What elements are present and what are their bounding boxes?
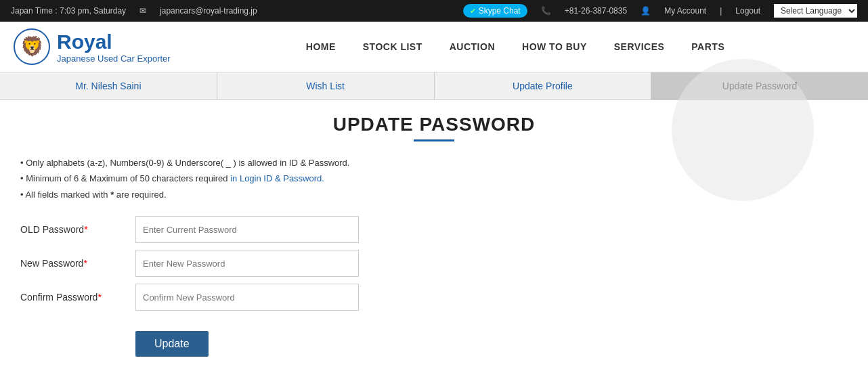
logout-link[interactable]: Logout	[735, 6, 760, 16]
nav-stock[interactable]: STOCK LIST	[363, 41, 422, 53]
logo-sub: Japanese Used Car Exporter	[57, 53, 171, 64]
old-password-label: OLD Password*	[20, 224, 135, 235]
new-password-label: New Password*	[20, 258, 135, 269]
phone-icon: 📞	[541, 6, 551, 16]
skype-check-icon: ✔	[470, 7, 476, 16]
new-password-row: New Password*	[20, 250, 848, 277]
subnav-wish-list[interactable]: Wish List	[217, 72, 435, 100]
old-password-required: *	[84, 224, 87, 235]
nav-parts[interactable]: PARTS	[691, 41, 724, 53]
main-content: UPDATE PASSWORD • Only alphabets (a-z), …	[0, 100, 868, 375]
skype-button[interactable]: ✔ Skype Chat	[463, 4, 527, 18]
sub-nav: Mr. Nilesh Saini Wish List Update Profil…	[0, 72, 868, 100]
rule-2: • Minimum of 6 & Maximum of 50 character…	[20, 171, 848, 186]
nav-services[interactable]: SERVICES	[614, 41, 665, 53]
new-password-input[interactable]	[135, 250, 359, 277]
main-nav: HOME STOCK LIST AUCTION HOW TO BUY SERVI…	[176, 41, 854, 53]
subnav-update-profile[interactable]: Update Profile	[435, 72, 652, 100]
new-password-required: *	[83, 258, 87, 269]
confirm-password-label: Confirm Password*	[20, 292, 135, 303]
account-label: My Account	[664, 6, 706, 16]
japan-time: Japan Time : 7:03 pm, Saturday	[11, 6, 126, 16]
rule-3: • All fields marked with * are required.	[20, 187, 848, 202]
nav-auction[interactable]: AUCTION	[450, 41, 495, 53]
language-select[interactable]: Select Language	[774, 4, 857, 18]
logo-royal: Royal	[57, 30, 171, 53]
rule-2-highlight: in Login ID & Password.	[230, 173, 324, 183]
my-account-link[interactable]: My Account	[664, 6, 706, 16]
old-password-input[interactable]	[135, 216, 359, 243]
top-bar: Japan Time : 7:03 pm, Saturday ✉ japanca…	[0, 0, 868, 22]
email-link[interactable]: japancars@royal-trading.jp	[160, 6, 257, 16]
header: 🦁 Royal Japanese Used Car Exporter HOME …	[0, 22, 868, 72]
separator: |	[720, 6, 722, 16]
account-icon: 👤	[641, 6, 651, 16]
svg-text:🦁: 🦁	[20, 35, 44, 58]
nav-home[interactable]: HOME	[306, 41, 336, 53]
confirm-password-input[interactable]	[135, 284, 359, 311]
phone-number: +81-26-387-0835	[565, 6, 627, 16]
old-password-row: OLD Password*	[20, 216, 848, 243]
subnav-update-password[interactable]: Update Password	[651, 72, 868, 100]
page-title: UPDATE PASSWORD	[20, 114, 848, 135]
rules-section: • Only alphabets (a-z), Numbers(0-9) & U…	[20, 155, 848, 202]
update-password-form: OLD Password* New Password* Confirm Pass…	[20, 216, 848, 357]
nav-how-to-buy[interactable]: HOW TO BUY	[522, 41, 587, 53]
subnav-my-account[interactable]: Mr. Nilesh Saini	[0, 72, 217, 100]
rule-1: • Only alphabets (a-z), Numbers(0-9) & U…	[20, 155, 848, 171]
logo-text: Royal Japanese Used Car Exporter	[57, 30, 171, 64]
skype-label: Skype Chat	[479, 6, 521, 16]
logo-icon: 🦁	[14, 28, 50, 65]
logo-area: 🦁 Royal Japanese Used Car Exporter	[14, 28, 176, 65]
confirm-password-row: Confirm Password*	[20, 284, 848, 311]
title-underline	[414, 139, 454, 141]
confirm-password-required: *	[97, 292, 101, 303]
update-button[interactable]: Update	[135, 331, 209, 357]
email-icon: ✉	[139, 6, 146, 16]
